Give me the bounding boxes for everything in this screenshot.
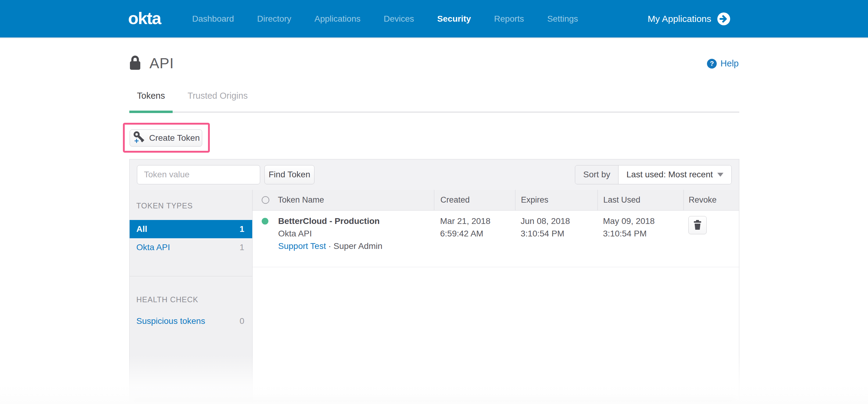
sort-dropdown[interactable]: Last used: Most recent [619,165,732,184]
token-types-sidebar: TOKEN TYPES All 1 Okta API 1 HEALTH CHEC… [130,190,252,404]
top-nav: okta Dashboard Directory Applications De… [0,0,868,37]
created-date: Mar 21, 2018 [440,215,515,227]
expires-cell: Jun 08, 2018 3:10:54 PM [515,215,597,252]
tokens-panel: Find Token Sort by Last used: Most recen… [129,159,739,404]
revoke-token-button[interactable] [688,216,707,234]
expires-date: Jun 08, 2018 [521,215,597,227]
help-link[interactable]: ? Help [707,59,739,69]
column-token-name-label: Token Name [278,195,324,205]
create-token-button[interactable]: + Create Token [130,130,202,146]
my-applications-link[interactable]: My Applications [648,0,730,37]
last-used-cell: May 09, 2018 3:10:54 PM [597,215,683,252]
help-label: Help [720,59,739,69]
sidebar-item-all-count: 1 [240,224,244,234]
create-token-label: Create Token [149,133,200,143]
nav-menu: Dashboard Directory Applications Devices… [192,0,578,37]
token-types-title: TOKEN TYPES [130,190,252,220]
find-token-button[interactable]: Find Token [265,165,314,184]
nav-item-applications[interactable]: Applications [314,14,361,24]
tab-trusted-origins[interactable]: Trusted Origins [188,91,248,101]
sidebar-item-all[interactable]: All 1 [130,220,252,238]
owner-role: Super Admin [334,241,382,251]
page-header: API [129,55,174,72]
sidebar-item-okta-api[interactable]: Okta API 1 [130,238,252,257]
tab-active-underline [129,111,173,113]
svg-text:+: + [134,136,139,143]
active-status-dot [262,218,269,225]
sidebar-item-suspicious-count: 0 [240,316,244,326]
table-header: Token Name Created Expires Last Used Rev… [252,190,739,210]
token-name-cell: BetterCloud - Production Okta API Suppor… [252,215,434,252]
sidebar-item-all-label: All [136,224,147,234]
column-token-name: Token Name [252,190,434,210]
tab-tokens[interactable]: Tokens [129,91,173,101]
column-expires-label: Expires [521,195,548,205]
token-type: Okta API [278,227,382,240]
token-value-input[interactable] [137,165,260,184]
last-used-date: May 09, 2018 [603,215,683,227]
sort-control: Sort by Last used: Most recent [575,165,732,184]
sidebar-section-health-check: HEALTH CHECK Suspicious tokens 0 [130,276,252,330]
expires-time: 3:10:54 PM [521,227,597,240]
key-plus-icon: + [132,131,145,146]
nav-item-reports[interactable]: Reports [494,14,524,24]
column-expires: Expires [515,190,597,210]
sort-by-label: Sort by [575,165,619,184]
column-created: Created [434,190,515,210]
nav-item-dashboard[interactable]: Dashboard [192,14,234,24]
page-title: API [150,55,174,72]
tab-bar: Tokens Trusted Origins [129,91,248,101]
owner-link[interactable]: Support Test [278,241,326,251]
sidebar-item-okta-api-count: 1 [240,242,244,252]
column-revoke: Revoke [683,190,739,210]
column-last-used-label: Last Used [603,195,641,205]
created-time: 6:59:42 AM [440,227,515,240]
okta-logo[interactable]: okta [128,8,161,28]
sidebar-item-okta-api-label: Okta API [136,242,170,252]
trash-icon [693,220,702,231]
help-icon: ? [707,59,717,69]
health-check-title: HEALTH CHECK [130,276,252,312]
sidebar-item-suspicious-label: Suspicious tokens [136,316,205,326]
revoke-cell [683,215,739,252]
column-created-label: Created [440,195,470,205]
nav-item-security[interactable]: Security [437,14,471,24]
my-applications-label: My Applications [648,14,711,24]
lock-icon [129,55,141,72]
tab-bar-rule [129,111,739,113]
nav-item-directory[interactable]: Directory [257,14,291,24]
last-used-time: 3:10:54 PM [603,227,683,240]
nav-item-devices[interactable]: Devices [384,14,414,24]
tokens-table: Token Name Created Expires Last Used Rev… [252,190,739,404]
filter-bar: Find Token Sort by Last used: Most recen… [130,159,739,190]
token-name: BetterCloud - Production [278,215,382,227]
token-owner-line: Support Test · Super Admin [278,240,382,252]
sidebar-item-suspicious-tokens[interactable]: Suspicious tokens 0 [130,312,252,330]
column-revoke-label: Revoke [689,195,717,205]
sort-dropdown-value: Last used: Most recent [626,170,713,179]
sidebar-section-token-types: TOKEN TYPES All 1 Okta API 1 [130,190,252,276]
owner-separator: · [328,241,331,251]
panel-body: TOKEN TYPES All 1 Okta API 1 HEALTH CHEC… [130,190,739,404]
panel-bottom-shadow [134,400,735,403]
nav-item-settings[interactable]: Settings [547,14,578,24]
created-cell: Mar 21, 2018 6:59:42 AM [434,215,515,252]
select-all-checkbox[interactable] [262,196,269,204]
chevron-down-icon [717,173,723,177]
token-row: BetterCloud - Production Okta API Suppor… [252,210,739,267]
arrow-right-icon [717,12,730,25]
column-last-used: Last Used [597,190,683,210]
